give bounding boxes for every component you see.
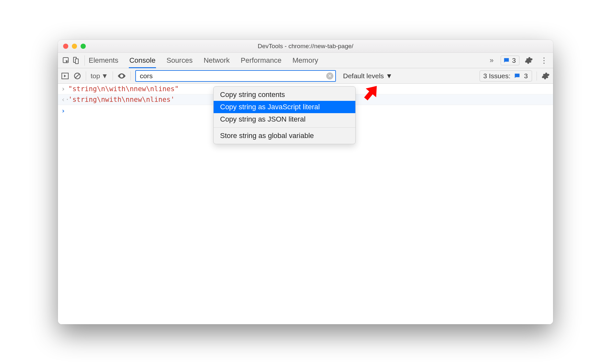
ctx-copy-string-contents[interactable]: Copy string contents [214,89,355,101]
tab-memory[interactable]: Memory [293,53,318,68]
input-arrow-icon: › [61,85,68,93]
console-settings-gear-icon[interactable] [541,72,550,80]
issues-count: 3 [524,72,528,80]
toggle-sidebar-icon[interactable] [61,72,69,80]
console-filter-input[interactable] [135,70,336,82]
panel-tabs: Elements Console Sources Network Perform… [89,53,318,68]
chat-icon [503,57,510,64]
separator [130,71,131,80]
dropdown-triangle-icon: ▼ [101,72,108,80]
console-input-text: "string\n\with\nnew\nlines" [68,85,179,93]
console-output-text: 'string\nwith\nnew\nlines' [68,96,175,103]
separator [84,55,85,66]
settings-gear-icon[interactable] [525,56,533,65]
execution-context-selector[interactable]: top ▼ [91,72,108,80]
separator [86,71,86,80]
context-label: top [91,72,100,80]
window-title: DevTools - chrome://new-tab-page/ [58,43,553,50]
filter-box: ✕ [135,70,336,82]
tab-performance[interactable]: Performance [241,53,282,68]
device-toggle-icon[interactable] [71,57,81,64]
titlebar: DevTools - chrome://new-tab-page/ [58,40,553,53]
more-menu-icon[interactable]: ⋮ [538,56,550,65]
traffic-lights [58,44,86,49]
levels-label: Default levels [343,72,384,80]
tab-console[interactable]: Console [129,53,156,68]
ctx-copy-string-json-literal[interactable]: Copy string as JSON literal [214,113,355,125]
separator [537,71,537,80]
live-expression-eye-icon[interactable] [117,73,126,79]
console-toolbar: top ▼ ✕ Default levels ▼ 3 Issues: 3 [58,68,553,84]
clear-filter-icon[interactable]: ✕ [326,72,333,80]
separator [113,71,113,80]
maximize-window-button[interactable] [81,44,86,49]
ctx-copy-string-js-literal[interactable]: Copy string as JavaScript literal [214,101,355,113]
prompt-arrow-icon: › [61,107,68,115]
output-arrow-icon: ‹· [61,96,68,103]
tab-elements[interactable]: Elements [89,53,118,68]
issues-button[interactable]: 3 Issues: 3 [480,70,532,81]
tabbar-right: » 3 ⋮ [488,56,550,65]
devtools-tabbar: Elements Console Sources Network Perform… [58,53,553,68]
messages-count: 3 [512,57,516,64]
context-menu: Copy string contents Copy string as Java… [213,86,356,144]
inspect-element-icon[interactable] [61,57,71,64]
console-body: › "string\n\with\nnew\nlines" ‹· 'string… [58,84,553,324]
more-tabs-icon[interactable]: » [488,56,495,65]
context-menu-separator [214,127,355,128]
chat-icon [514,72,521,80]
tab-network[interactable]: Network [204,53,230,68]
clear-console-icon[interactable] [73,72,81,80]
devtools-window: DevTools - chrome://new-tab-page/ Elemen… [58,40,553,324]
ctx-store-global-variable[interactable]: Store string as global variable [214,130,355,142]
minimize-window-button[interactable] [72,44,77,49]
tab-sources[interactable]: Sources [166,53,193,68]
close-window-button[interactable] [63,44,68,49]
svg-rect-2 [75,59,78,64]
dropdown-triangle-icon: ▼ [386,72,393,80]
log-levels-selector[interactable]: Default levels ▼ [343,72,393,80]
messages-badge[interactable]: 3 [501,56,519,65]
issues-label: 3 Issues: [483,72,510,80]
